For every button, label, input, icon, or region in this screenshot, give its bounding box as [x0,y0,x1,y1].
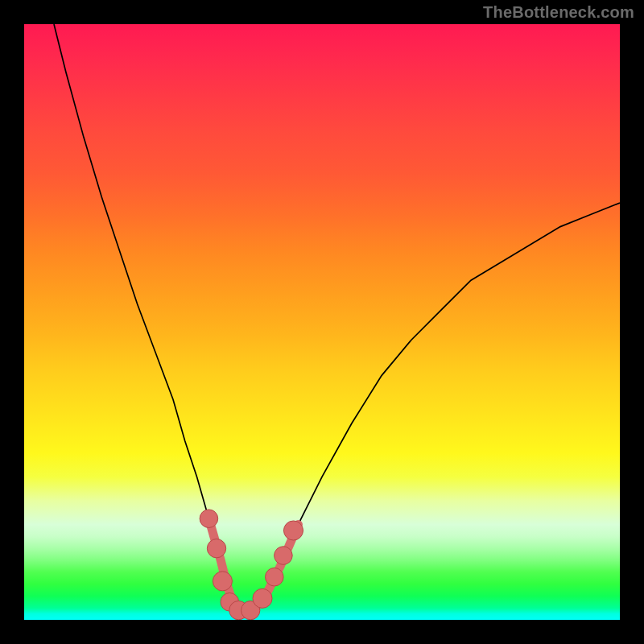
bottleneck-curve [54,24,620,614]
watermark-text: TheBottleneck.com [483,3,634,22]
curve-layer [24,24,620,620]
curve-marker [200,510,218,528]
plot-area [24,24,620,620]
curve-marker [253,588,272,608]
curve-marker [266,568,284,586]
outer-frame: TheBottleneck.com [0,0,644,644]
curve-marker [283,521,303,540]
curve-marker [207,539,225,558]
curve-marker [275,547,293,565]
curve-marker [213,572,232,591]
